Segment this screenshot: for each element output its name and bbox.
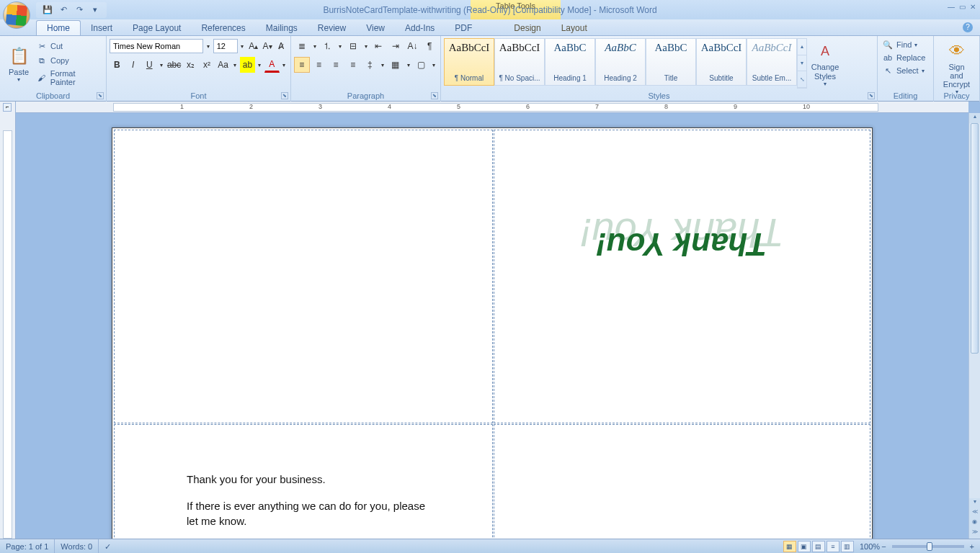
- style-heading-2[interactable]: AaBbCHeading 2: [595, 38, 646, 86]
- vertical-ruler[interactable]: ⌐: [0, 102, 16, 539]
- table-cell-top-left[interactable]: [114, 130, 493, 423]
- gallery-down-icon[interactable]: ▾: [798, 55, 806, 72]
- zoom-thumb[interactable]: [927, 542, 932, 551]
- multilevel-dropdown-icon[interactable]: ▾: [362, 38, 370, 54]
- web-layout-view-icon[interactable]: ▤: [812, 541, 825, 552]
- change-styles-button[interactable]: A Change Styles ▾: [807, 38, 843, 89]
- clipboard-launcher-icon[interactable]: ⬊: [97, 92, 104, 99]
- select-button[interactable]: ↖Select▾: [881, 64, 930, 77]
- align-left-button[interactable]: ≡: [294, 57, 310, 73]
- tab-view[interactable]: View: [356, 21, 395, 35]
- justify-button[interactable]: ≡: [345, 57, 361, 73]
- vertical-scrollbar[interactable]: ▴ ▾ ≪ ◉ ≫: [968, 113, 980, 539]
- line-spacing-button[interactable]: ‡: [362, 57, 378, 73]
- font-name-dropdown-icon[interactable]: ▾: [205, 38, 212, 54]
- table-cell-top-right[interactable]: Thank You! Thank You!: [494, 130, 870, 423]
- font-size-dropdown-icon[interactable]: ▾: [239, 38, 246, 54]
- gallery-up-icon[interactable]: ▴: [798, 39, 806, 55]
- format-painter-button[interactable]: 🖌Format Painter: [35, 68, 103, 87]
- styles-launcher-icon[interactable]: ⬊: [868, 92, 875, 99]
- font-color-button[interactable]: A: [264, 57, 280, 73]
- draft-view-icon[interactable]: ▥: [841, 541, 854, 552]
- tab-references[interactable]: References: [191, 21, 255, 35]
- table-cell-bottom-right[interactable]: [494, 424, 870, 539]
- font-size-input[interactable]: [213, 39, 238, 53]
- tab-selector-icon[interactable]: ⌐: [3, 103, 12, 112]
- undo-icon[interactable]: ↶: [56, 4, 71, 17]
- proofing-icon[interactable]: ✓: [99, 539, 117, 554]
- minimize-icon[interactable]: —: [948, 3, 955, 11]
- style-title[interactable]: AaBbCTitle: [646, 38, 696, 86]
- highlight-button[interactable]: ab: [240, 57, 255, 73]
- style-heading-1[interactable]: AaBbCHeading 1: [545, 38, 595, 86]
- help-icon[interactable]: ?: [963, 22, 973, 32]
- style-subtle-em-[interactable]: AaBbCcISubtle Em...: [747, 38, 797, 86]
- full-screen-view-icon[interactable]: ▣: [798, 541, 811, 552]
- scroll-thumb[interactable]: [971, 123, 979, 354]
- tab-page-layout[interactable]: Page Layout: [122, 21, 191, 35]
- numbering-dropdown-icon[interactable]: ▾: [337, 38, 344, 54]
- find-button[interactable]: 🔍Find▾: [881, 38, 930, 51]
- tab-addins[interactable]: Add-Ins: [395, 21, 445, 35]
- outline-view-icon[interactable]: ≡: [827, 541, 839, 552]
- close-icon[interactable]: ✕: [970, 3, 976, 11]
- copy-button[interactable]: ⧉Copy: [35, 54, 103, 67]
- table-cell-bottom-left[interactable]: Thank you for your business. If there is…: [114, 424, 493, 539]
- sign-encrypt-button[interactable]: 👁 Sign and Encrypt ▾: [937, 38, 976, 96]
- zoom-level[interactable]: 100%: [860, 542, 880, 551]
- save-icon[interactable]: 💾: [40, 4, 55, 17]
- underline-dropdown-icon[interactable]: ▾: [159, 57, 165, 73]
- shrink-font-button[interactable]: A▾: [262, 38, 274, 54]
- underline-button[interactable]: U: [142, 57, 157, 73]
- align-center-button[interactable]: ≡: [311, 57, 327, 73]
- style--normal[interactable]: AaBbCcI¶ Normal: [444, 38, 494, 86]
- style-subtitle[interactable]: AaBbCcISubtitle: [696, 38, 747, 86]
- bold-button[interactable]: B: [110, 57, 125, 73]
- align-right-button[interactable]: ≡: [328, 57, 344, 73]
- font-name-input[interactable]: [110, 39, 203, 53]
- replace-button[interactable]: abReplace: [881, 51, 930, 64]
- style--no-spaci-[interactable]: AaBbCcI¶ No Spaci...: [494, 38, 545, 86]
- borders-button[interactable]: ▢: [414, 57, 429, 73]
- tab-mailings[interactable]: Mailings: [256, 21, 308, 35]
- strikethrough-button[interactable]: abc: [166, 57, 182, 73]
- page-status[interactable]: Page: 1 of 1: [0, 539, 55, 554]
- zoom-in-icon[interactable]: +: [970, 542, 974, 551]
- bullets-dropdown-icon[interactable]: ▾: [311, 38, 318, 54]
- restore-icon[interactable]: ▭: [959, 3, 966, 11]
- horizontal-ruler[interactable]: 12345678910: [16, 102, 968, 113]
- zoom-out-icon[interactable]: −: [881, 542, 886, 551]
- body-text[interactable]: Thank you for your business. If there is…: [187, 472, 435, 539]
- decrease-indent-button[interactable]: ⇤: [371, 38, 387, 54]
- italic-button[interactable]: I: [126, 57, 141, 73]
- tab-review[interactable]: Review: [308, 21, 356, 35]
- page-scroll[interactable]: Thank You! Thank You! Thank you for your…: [16, 113, 968, 539]
- document-page[interactable]: Thank You! Thank You! Thank you for your…: [112, 127, 873, 539]
- sort-button[interactable]: A↓: [405, 38, 421, 54]
- superscript-button[interactable]: x²: [200, 57, 215, 73]
- qat-customize-icon[interactable]: ▾: [88, 4, 102, 17]
- tab-pdf[interactable]: PDF: [445, 21, 482, 35]
- highlight-dropdown-icon[interactable]: ▾: [257, 57, 263, 73]
- subscript-button[interactable]: x₂: [183, 57, 198, 73]
- bullets-button[interactable]: ≣: [294, 38, 310, 54]
- grow-font-button[interactable]: A▴: [247, 38, 259, 54]
- multilevel-button[interactable]: ⊟: [345, 38, 361, 54]
- numbering-button[interactable]: ⒈: [320, 38, 336, 54]
- clear-formatting-button[interactable]: A̷: [275, 38, 288, 54]
- scroll-down-icon[interactable]: ▾: [969, 498, 980, 508]
- increase-indent-button[interactable]: ⇥: [388, 38, 404, 54]
- office-button[interactable]: [3, 1, 30, 29]
- print-layout-view-icon[interactable]: ▦: [783, 541, 796, 552]
- spacing-dropdown-icon[interactable]: ▾: [379, 57, 386, 73]
- borders-dropdown-icon[interactable]: ▾: [430, 57, 437, 73]
- change-case-button[interactable]: Aa: [215, 57, 231, 73]
- shading-dropdown-icon[interactable]: ▾: [405, 57, 412, 73]
- cut-button[interactable]: ✂Cut: [35, 40, 103, 53]
- redo-icon[interactable]: ↷: [72, 4, 86, 17]
- case-dropdown-icon[interactable]: ▾: [232, 57, 239, 73]
- prev-page-icon[interactable]: ≪: [969, 508, 980, 518]
- browse-object-icon[interactable]: ◉: [969, 518, 980, 529]
- tab-design[interactable]: Design: [504, 21, 551, 35]
- shading-button[interactable]: ▦: [388, 57, 404, 73]
